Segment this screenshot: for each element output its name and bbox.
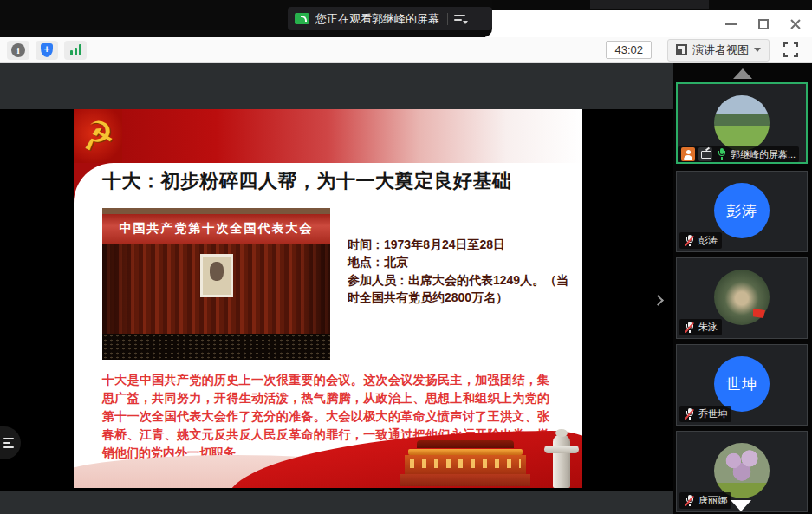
security-button[interactable] — [36, 41, 58, 60]
scroll-up-icon[interactable] — [733, 68, 752, 79]
shared-screen-top-strip — [0, 63, 673, 109]
mic-muted-icon — [684, 235, 695, 247]
portrait — [200, 254, 233, 297]
host-badge-icon — [681, 147, 695, 161]
avatar — [714, 95, 770, 151]
mic-on-icon — [716, 148, 727, 160]
shared-screen-bottom-strip — [0, 491, 673, 514]
shared-screen-area: ☭ 十大：初步粉碎四人帮，为十一大奠定良好基础 中国共产党第十次全国代表大会 时… — [0, 63, 673, 514]
slide-info-block: 时间：1973年8月24日至28日 地点：北京 参加人员：出席大会的代表1249… — [348, 236, 569, 306]
participant-tile[interactable]: 朱泳 — [676, 257, 808, 339]
thumbnail-panel-toggle[interactable] — [0, 426, 21, 459]
screen-watch-banner: 您正在观看郭继峰的屏幕 — [0, 0, 492, 37]
network-button[interactable] — [64, 41, 87, 60]
list-menu-icon[interactable] — [454, 14, 468, 24]
participant-name: 唐丽娜 — [698, 494, 727, 507]
congress-hall — [102, 244, 330, 334]
participant-label: 唐丽娜 — [679, 492, 731, 509]
screen-watch-pill: 您正在观看郭继峰的屏幕 — [288, 7, 492, 30]
presentation-slide: ☭ 十大：初步粉碎四人帮，为十一大奠定良好基础 中国共产党第十次全国代表大会 时… — [74, 109, 582, 488]
slide-info-place: 地点：北京 — [348, 253, 569, 270]
info-button[interactable] — [7, 41, 29, 60]
participant-name: 朱泳 — [698, 321, 718, 334]
view-mode-label: 演讲者视图 — [692, 42, 749, 58]
mic-muted-icon — [684, 495, 695, 507]
participant-name: 郭继峰的屏幕... — [731, 148, 796, 161]
participant-tile[interactable]: 世坤 乔世坤 — [676, 344, 808, 426]
party-emblem-icon: ☭ — [74, 109, 122, 163]
mic-muted-icon — [684, 408, 695, 420]
screen-watch-text: 您正在观看郭继峰的屏幕 — [315, 11, 439, 27]
chevron-down-icon — [754, 48, 761, 52]
window-titlebar — [485, 10, 812, 37]
chevron-right-icon — [653, 295, 664, 306]
participant-tile[interactable]: 彭涛 彭涛 — [676, 171, 808, 252]
participant-label: 朱泳 — [679, 319, 722, 335]
participant-name: 乔世坤 — [698, 407, 727, 420]
screen-share-green-icon — [295, 13, 309, 24]
participant-label: 郭继峰的屏幕... — [678, 146, 799, 162]
background-window-edge — [590, 0, 709, 9]
avatar: 世坤 — [714, 356, 770, 412]
sidebar-collapse-button[interactable] — [648, 287, 667, 313]
fullscreen-button[interactable] — [783, 42, 798, 57]
pill-divider — [447, 13, 448, 25]
congress-photo: 中国共产党第十次全国代表大会 — [102, 208, 330, 360]
participant-label: 彭涛 — [679, 232, 722, 249]
screen-share-badge-icon — [698, 147, 712, 161]
slide-title: 十大：初步粉碎四人帮，为十一大奠定良好基础 — [102, 168, 575, 194]
info-icon — [11, 43, 25, 57]
slide-info-time: 时间：1973年8月24日至28日 — [348, 236, 569, 253]
participant-tile-screen-share[interactable]: 郭继峰的屏幕... — [676, 82, 808, 164]
meeting-window: 您正在观看郭继峰的屏幕 43:02 演讲者视图 ☭ 十大：初步粉碎四人帮，为十一… — [0, 0, 812, 514]
congress-crowd — [102, 334, 330, 360]
congress-photo-banner: 中国共产党第十次全国代表大会 — [102, 214, 330, 244]
network-signal-icon — [70, 44, 81, 55]
avatar — [714, 443, 770, 498]
participant-name: 彭涛 — [698, 234, 718, 247]
avatar: 彭涛 — [714, 183, 770, 238]
slide-red-band — [74, 109, 582, 163]
participants-sidebar: 郭继峰的屏幕... 彭涛 彭涛 朱泳 世坤 乔世坤 — [673, 63, 812, 514]
slide-content: 十大：初步粉碎四人帮，为十一大奠定良好基础 中国共产党第十次全国代表大会 时间：… — [74, 163, 582, 488]
tiananmen-illustration — [400, 440, 530, 488]
meeting-toolbar: 43:02 演讲者视图 — [0, 37, 812, 63]
security-shield-icon — [41, 43, 53, 57]
participant-label: 乔世坤 — [679, 406, 731, 422]
close-icon[interactable] — [789, 18, 802, 30]
huabiao-column-illustration — [553, 434, 570, 488]
slide-info-attendees: 参加人员：出席大会的代表1249人。（当时全国共有党员约2800万名） — [348, 271, 569, 307]
view-mode-dropdown[interactable]: 演讲者视图 — [667, 39, 770, 62]
scroll-down-icon[interactable] — [731, 500, 751, 511]
speaker-view-icon — [676, 44, 687, 55]
maximize-icon[interactable] — [758, 19, 769, 29]
mic-muted-icon — [684, 322, 695, 334]
meeting-timer: 43:02 — [606, 41, 652, 59]
minimize-icon[interactable] — [725, 23, 737, 25]
